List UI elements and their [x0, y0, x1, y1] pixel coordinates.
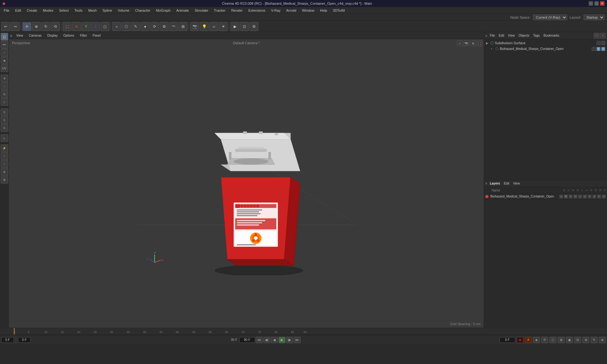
- timeline-extra[interactable]: ⊕: [599, 337, 606, 343]
- menu-vray[interactable]: V-Ray: [268, 8, 283, 13]
- tool-move[interactable]: ✛: [1, 75, 8, 82]
- rotate-tool[interactable]: ↻: [41, 22, 50, 31]
- menu-mograph[interactable]: MoGraph: [154, 8, 173, 13]
- menu-volume[interactable]: Volume: [115, 8, 132, 13]
- vp-menu-cameras[interactable]: Cameras: [27, 33, 43, 38]
- layers-menu-view[interactable]: View: [512, 181, 521, 185]
- auto-key-button[interactable]: A: [525, 337, 532, 343]
- close-button[interactable]: ✕: [600, 1, 604, 6]
- loop-mode[interactable]: ⟳: [150, 22, 159, 31]
- menu-3dtoall[interactable]: 3DToAll: [330, 8, 347, 13]
- menu-mesh[interactable]: Mesh: [86, 8, 99, 13]
- menu-modes[interactable]: Modes: [40, 8, 56, 13]
- camera-tool[interactable]: 📷: [190, 22, 199, 31]
- obj-menu-edit[interactable]: Edit: [498, 33, 506, 38]
- vp-menu-view[interactable]: View: [15, 33, 25, 38]
- obj-menu-file[interactable]: File: [488, 33, 496, 38]
- timeline-mode-5[interactable]: ⧉: [582, 337, 589, 343]
- mode-points[interactable]: •••: [1, 41, 8, 48]
- vp-menu-options[interactable]: Options: [62, 33, 76, 38]
- live-mode[interactable]: ●: [141, 22, 150, 31]
- add-key-button[interactable]: ◈: [533, 337, 540, 343]
- timeline-mode-3[interactable]: ◉: [566, 337, 573, 343]
- layer-manager[interactable]: M: [573, 195, 577, 198]
- layer-render[interactable]: R: [569, 195, 573, 198]
- nodespace-select[interactable]: Current (V-Ray): [533, 15, 567, 20]
- menu-arnold[interactable]: Arnold: [284, 8, 299, 13]
- knife-tool[interactable]: ⚡: [1, 144, 8, 152]
- coord-sys[interactable]: ◻: [101, 22, 109, 31]
- tool-scale[interactable]: ↔: [1, 82, 8, 90]
- snap-vertex[interactable]: S: [1, 116, 8, 124]
- layer-anim[interactable]: A: [583, 195, 587, 198]
- timeline-mode-1[interactable]: ⬡: [549, 337, 556, 343]
- mode-edges[interactable]: ⟋: [1, 49, 8, 56]
- obj-tag[interactable]: T: [597, 47, 600, 51]
- layer-lock[interactable]: L: [578, 195, 582, 198]
- brush-tool[interactable]: ○: [1, 152, 8, 160]
- render-view[interactable]: ▶: [230, 22, 239, 31]
- edit-mode[interactable]: ✎: [131, 22, 140, 31]
- menu-spline[interactable]: Spline: [100, 8, 115, 13]
- layer-expr[interactable]: E: [597, 195, 601, 198]
- vp-menu-filter[interactable]: Filter: [78, 33, 89, 38]
- snap-grid[interactable]: S: [1, 108, 8, 116]
- maximize-button[interactable]: □: [594, 1, 599, 6]
- select-z[interactable]: Z: [91, 22, 100, 31]
- mode-uv[interactable]: UV: [1, 64, 8, 72]
- end-frame-input[interactable]: [239, 337, 255, 343]
- sky-tool[interactable]: ☀: [219, 22, 228, 31]
- obj-panel-btn2[interactable]: ✓: [600, 33, 606, 39]
- obj-child-visible[interactable]: ✓: [592, 47, 596, 51]
- floor-tool[interactable]: ▱: [209, 22, 218, 31]
- paint-tool[interactable]: ○: [1, 160, 8, 168]
- timeline-mode-4[interactable]: ⊟: [574, 337, 581, 343]
- obj-mode[interactable]: ⬡: [122, 22, 131, 31]
- vp-menu-panel[interactable]: Panel: [91, 33, 102, 38]
- minimize-button[interactable]: −: [589, 1, 593, 6]
- obj-panel-btn1[interactable]: ⬡: [594, 33, 599, 39]
- frame-start-input[interactable]: [1, 337, 14, 343]
- snap-edge[interactable]: S: [1, 124, 8, 132]
- tool-transform[interactable]: ⬡: [1, 98, 8, 106]
- play-back-button[interactable]: ◀: [271, 337, 278, 343]
- fps-input[interactable]: [18, 337, 31, 343]
- redo-button[interactable]: ↪: [11, 22, 20, 31]
- object-main[interactable]: • ⬡ Biohazard_Medical_Sharps_Container_O…: [485, 46, 606, 52]
- viewport[interactable]: Perspective Default Camera:* Grid Spacin…: [9, 39, 484, 328]
- obj-menu-tags[interactable]: Tags: [532, 33, 541, 38]
- layer-gen[interactable]: G: [588, 195, 592, 198]
- transform-tool[interactable]: ⟲: [51, 22, 60, 31]
- menu-edit[interactable]: Edit: [13, 8, 24, 13]
- object-subdivision[interactable]: ▶ ⬡ Subdivision Surface ✓: [485, 40, 606, 46]
- menu-select[interactable]: Select: [57, 8, 71, 13]
- next-key-button[interactable]: |▶: [286, 337, 293, 343]
- obj-render-check[interactable]: [601, 41, 605, 45]
- vp-menu-display[interactable]: Display: [46, 33, 59, 38]
- goto-start-button[interactable]: ⏮: [256, 337, 263, 343]
- record-button[interactable]: ●: [517, 337, 524, 343]
- obj-tag-2[interactable]: T: [601, 47, 605, 51]
- magnet-tool[interactable]: ⊕: [1, 168, 8, 176]
- obj-menu-view[interactable]: View: [507, 33, 516, 38]
- mode-object[interactable]: ◻: [1, 33, 8, 40]
- undo-button[interactable]: ↩: [1, 22, 10, 31]
- layers-menu-layers[interactable]: Layers: [488, 181, 501, 185]
- loop-button[interactable]: ⟳: [541, 337, 548, 343]
- timeline-mode-2[interactable]: ⊞: [558, 337, 565, 343]
- scale-tool[interactable]: ⊕: [32, 22, 41, 31]
- expand-icon[interactable]: ▶: [486, 41, 489, 45]
- menu-character[interactable]: Character: [132, 8, 153, 13]
- menu-tools[interactable]: Tools: [72, 8, 85, 13]
- new-obj[interactable]: +: [112, 22, 121, 31]
- select-x[interactable]: ✕: [72, 22, 81, 31]
- layer-camera[interactable]: 📷: [564, 195, 568, 198]
- menu-help[interactable]: Help: [317, 8, 330, 13]
- menu-tracker[interactable]: Tracker: [212, 8, 228, 13]
- layer-item[interactable]: Biohazard_Medical_Sharps_Container_Open …: [484, 194, 607, 199]
- layers-menu-edit[interactable]: Edit: [503, 181, 511, 185]
- play-forward-button[interactable]: ▶: [279, 337, 285, 343]
- l-indicator[interactable]: L: [1, 134, 8, 142]
- menu-animate[interactable]: Animate: [174, 8, 191, 13]
- snap-mode[interactable]: ⚙: [160, 22, 169, 31]
